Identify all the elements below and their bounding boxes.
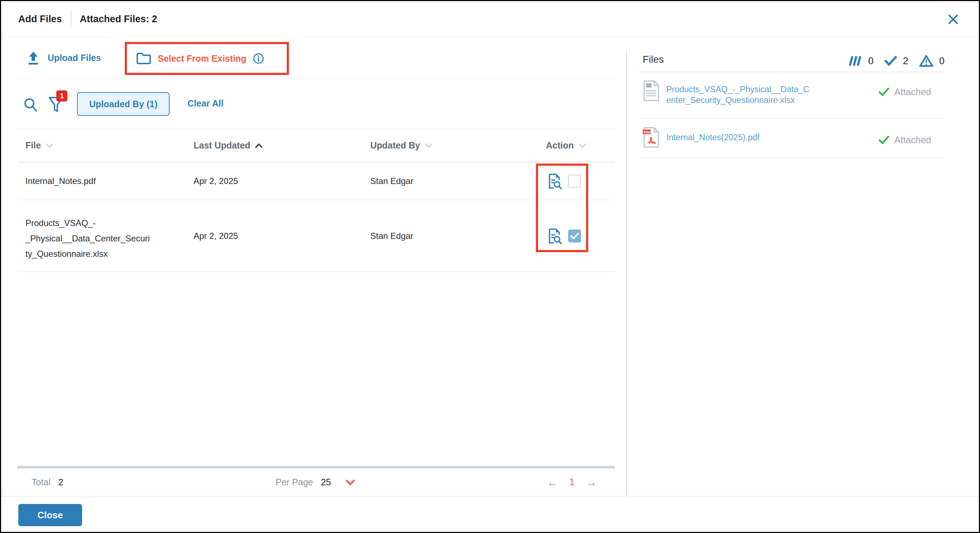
bottom-bar-divider (1, 496, 979, 496)
previous-page-arrow[interactable]: ← (547, 476, 558, 488)
column-header-updated-by[interactable]: Updated By (370, 129, 433, 162)
upload-files-label: Upload Files (48, 53, 101, 63)
info-icon[interactable] (253, 53, 264, 64)
file-name-cell: Products_VSAQ_-_Physical__Data_Center_Se… (25, 200, 152, 271)
per-page-control: Per Page 25 (276, 468, 355, 496)
svg-text:PDF: PDF (644, 130, 651, 134)
select-file-checkbox[interactable] (568, 175, 581, 188)
file-source-tabs: Upload Files Select From Existing (18, 37, 615, 79)
total-label: Total (32, 477, 51, 487)
per-page-value: 25 (321, 477, 331, 487)
table-row: Internal_Notes.pdf Apr 2, 2025 Stan Edga… (18, 163, 615, 200)
uploaded-by-filter-chip[interactable]: Uploaded By (1) (77, 92, 170, 116)
column-header-file[interactable]: File (25, 129, 54, 162)
clear-all-button[interactable]: Clear All (188, 98, 224, 109)
select-from-existing-annotation-box: Select From Existing (125, 42, 289, 75)
files-panel-title: Files (643, 54, 664, 65)
last-updated-cell: Apr 2, 2025 (194, 163, 238, 200)
folder-icon (136, 52, 151, 65)
panel-item-divider (639, 118, 945, 119)
attached-file-link[interactable]: Internal_Notes(2025).pdf (667, 132, 810, 143)
in-progress-count: 0 (868, 56, 873, 67)
uploaded-by-chip-label: Uploaded By (1) (89, 99, 158, 109)
filter-funnel-icon[interactable]: 1 (48, 96, 64, 114)
file-status: Attached (878, 134, 931, 146)
column-label-last-updated: Last Updated (194, 140, 250, 151)
per-page-label: Per Page (276, 477, 313, 487)
warning-triangle-icon (919, 54, 934, 67)
column-header-last-updated[interactable]: Last Updated (194, 129, 263, 162)
dialog-header: Add Files Attached Files: 2 (1, 1, 979, 37)
column-label-file: File (25, 140, 41, 151)
sort-chevron-up-icon (255, 143, 263, 148)
preview-file-icon[interactable] (547, 228, 563, 244)
attached-files-count: Attached Files: 2 (80, 14, 158, 25)
select-from-existing-tab[interactable]: Select From Existing (158, 53, 246, 64)
upload-files-tab[interactable]: Upload Files (26, 37, 101, 78)
files-panel-counters: 0 2 0 (847, 54, 945, 68)
column-label-action: Action (546, 140, 574, 151)
table-bottom-divider (17, 466, 615, 468)
action-cell (547, 200, 581, 271)
close-icon[interactable] (947, 13, 959, 26)
dialog-title: Add Files (18, 14, 62, 25)
document-file-icon (643, 80, 660, 102)
attached-success-check-icon (878, 88, 889, 97)
column-header-action[interactable]: Action (546, 129, 587, 162)
updated-by-cell: Stan Edgar (370, 163, 413, 200)
total-value: 2 (59, 477, 64, 487)
attached-count: 2 (903, 56, 908, 67)
select-file-checkbox[interactable] (568, 230, 581, 243)
file-name-cell: Internal_Notes.pdf (25, 163, 96, 200)
preview-file-icon[interactable] (547, 173, 563, 189)
attached-check-icon (884, 56, 897, 66)
in-progress-icon (848, 55, 862, 67)
upload-icon (26, 50, 40, 66)
sort-chevron-down-icon (45, 143, 54, 148)
files-table-header: File Last Updated Updated By Action (18, 129, 615, 163)
add-files-dialog: Add Files Attached Files: 2 Upload Files… (0, 0, 980, 533)
pagination: ← 1 → (547, 468, 597, 496)
table-row: Products_VSAQ_-_Physical__Data_Center_Se… (18, 200, 615, 272)
file-status: Attached (878, 86, 931, 97)
attached-status-label: Attached (894, 86, 931, 97)
current-page[interactable]: 1 (569, 477, 574, 488)
updated-by-cell: Stan Edgar (370, 200, 413, 271)
filter-count-badge: 1 (56, 90, 67, 102)
last-updated-cell: Apr 2, 2025 (194, 200, 238, 271)
pdf-file-icon: PDF (643, 127, 660, 148)
sort-chevron-down-icon (425, 143, 433, 148)
action-cell (547, 163, 581, 200)
warning-count: 0 (939, 56, 945, 67)
close-button[interactable]: Close (18, 504, 82, 526)
attached-status-label: Attached (894, 134, 931, 146)
attached-success-check-icon (878, 136, 889, 145)
panel-divider (626, 50, 627, 496)
title-divider (71, 11, 71, 27)
sort-chevron-down-icon (578, 143, 587, 148)
attached-file-link[interactable]: Products_VSAQ_-_Physical__Data_Center_Se… (667, 84, 810, 105)
column-label-updated-by: Updated By (370, 140, 420, 151)
total-count: Total 2 (32, 468, 64, 496)
filter-bar: 1 Uploaded By (1) Clear All (18, 79, 615, 129)
table-footer: Total 2 Per Page 25 ← 1 → (18, 468, 615, 496)
panel-header-divider (639, 72, 945, 72)
per-page-chevron-down-icon[interactable] (345, 479, 355, 486)
search-icon[interactable] (22, 97, 38, 113)
next-page-arrow[interactable]: → (586, 476, 597, 488)
